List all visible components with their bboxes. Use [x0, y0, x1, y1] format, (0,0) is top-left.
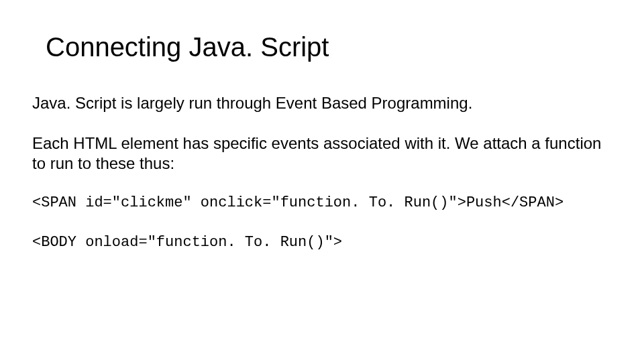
slide-title: Connecting Java. Script [46, 32, 612, 62]
code-line-1: <SPAN id="clickme" onclick="function. To… [32, 194, 612, 213]
paragraph-1: Java. Script is largely run through Even… [32, 93, 612, 113]
paragraph-2: Each HTML element has specific events as… [32, 133, 612, 174]
code-line-2: <BODY onload="function. To. Run()"> [32, 233, 612, 253]
